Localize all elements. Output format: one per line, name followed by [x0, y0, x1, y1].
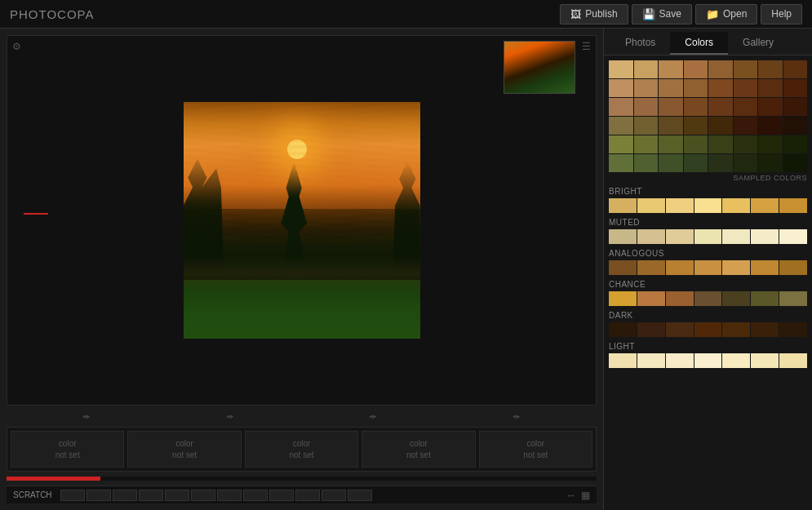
- sampled-swatch[interactable]: [708, 154, 733, 172]
- color-slot[interactable]: colornot set: [245, 431, 358, 468]
- sampled-swatch[interactable]: [634, 135, 659, 153]
- sampled-swatch[interactable]: [659, 60, 683, 78]
- tab-colors[interactable]: Colors: [670, 32, 728, 55]
- scratch-cell[interactable]: [139, 490, 163, 501]
- sampled-swatch[interactable]: [659, 154, 683, 172]
- sampled-swatch[interactable]: [659, 117, 683, 135]
- group-swatch[interactable]: [694, 229, 722, 244]
- group-swatch[interactable]: [722, 260, 750, 275]
- sampled-swatch[interactable]: [634, 98, 659, 116]
- sampled-swatch[interactable]: [659, 79, 683, 97]
- group-swatch[interactable]: [666, 229, 694, 244]
- sampled-swatch[interactable]: [684, 79, 708, 97]
- sampled-swatch[interactable]: [758, 154, 783, 172]
- scratch-cell[interactable]: [269, 490, 294, 501]
- group-swatch[interactable]: [637, 198, 665, 213]
- sampled-swatch[interactable]: [609, 98, 633, 116]
- layout-icon[interactable]: ▦: [581, 490, 590, 501]
- sampled-swatch[interactable]: [783, 154, 808, 172]
- color-slot[interactable]: colornot set: [362, 431, 475, 468]
- group-swatch[interactable]: [694, 291, 722, 306]
- group-swatch[interactable]: [666, 198, 694, 213]
- sampled-swatch[interactable]: [634, 79, 659, 97]
- group-swatch[interactable]: [779, 260, 807, 275]
- sampled-swatch[interactable]: [758, 98, 783, 116]
- sampled-swatch[interactable]: [609, 117, 633, 135]
- group-swatch[interactable]: [609, 198, 637, 213]
- publish-button[interactable]: 🖼 Publish: [560, 4, 628, 24]
- group-swatch[interactable]: [722, 198, 750, 213]
- sampled-swatch[interactable]: [734, 117, 758, 135]
- group-swatch[interactable]: [637, 353, 665, 368]
- sampled-swatch[interactable]: [684, 117, 708, 135]
- group-swatch[interactable]: [637, 229, 665, 244]
- group-swatch[interactable]: [722, 229, 750, 244]
- sampled-swatch[interactable]: [783, 60, 808, 78]
- group-swatch[interactable]: [694, 322, 722, 337]
- group-swatch[interactable]: [666, 353, 694, 368]
- sampled-swatch[interactable]: [708, 117, 733, 135]
- sampled-swatch[interactable]: [783, 117, 808, 135]
- color-slot[interactable]: colornot set: [11, 431, 124, 468]
- scratch-cell[interactable]: [243, 490, 268, 501]
- group-swatch[interactable]: [637, 322, 665, 337]
- color-slot[interactable]: colornot set: [127, 431, 241, 468]
- help-button[interactable]: Help: [761, 4, 802, 24]
- group-swatch[interactable]: [751, 322, 779, 337]
- sampled-swatch[interactable]: [734, 154, 758, 172]
- scratch-cell[interactable]: [113, 490, 137, 501]
- tab-gallery[interactable]: Gallery: [728, 32, 788, 55]
- sampled-swatch[interactable]: [708, 98, 733, 116]
- sampled-swatch[interactable]: [734, 79, 758, 97]
- scratch-cell[interactable]: [217, 490, 242, 501]
- sampled-swatch[interactable]: [734, 98, 758, 116]
- open-button[interactable]: 📁 Open: [695, 4, 757, 24]
- sampled-swatch[interactable]: [734, 60, 758, 78]
- color-slot[interactable]: colornot set: [479, 431, 592, 468]
- scratch-cell[interactable]: [87, 490, 111, 501]
- sampled-swatch[interactable]: [708, 79, 733, 97]
- scratch-cell[interactable]: [295, 490, 320, 501]
- sampled-swatch[interactable]: [708, 135, 733, 153]
- sampled-swatch[interactable]: [783, 135, 808, 153]
- group-swatch[interactable]: [722, 322, 750, 337]
- group-swatch[interactable]: [779, 322, 807, 337]
- sampled-swatch[interactable]: [634, 154, 659, 172]
- sampled-swatch[interactable]: [758, 60, 783, 78]
- group-swatch[interactable]: [694, 260, 722, 275]
- scratch-cell[interactable]: [348, 490, 372, 501]
- group-swatch[interactable]: [779, 291, 807, 306]
- sampled-swatch[interactable]: [684, 135, 708, 153]
- group-swatch[interactable]: [609, 229, 637, 244]
- sampled-swatch[interactable]: [734, 135, 758, 153]
- expand-icon[interactable]: ↔: [566, 490, 576, 501]
- group-swatch[interactable]: [751, 198, 779, 213]
- group-swatch[interactable]: [779, 198, 807, 213]
- group-swatch[interactable]: [637, 291, 665, 306]
- group-swatch[interactable]: [751, 229, 779, 244]
- sampled-swatch[interactable]: [609, 79, 633, 97]
- group-swatch[interactable]: [779, 353, 807, 368]
- canvas-menu-icon[interactable]: ☰: [582, 41, 591, 52]
- group-swatch[interactable]: [694, 353, 722, 368]
- sampled-swatch[interactable]: [758, 135, 783, 153]
- group-swatch[interactable]: [609, 322, 637, 337]
- sampled-swatch[interactable]: [609, 135, 633, 153]
- group-swatch[interactable]: [751, 353, 779, 368]
- group-swatch[interactable]: [694, 198, 722, 213]
- sampled-swatch[interactable]: [684, 154, 708, 172]
- group-swatch[interactable]: [666, 291, 694, 306]
- sampled-swatch[interactable]: [684, 98, 708, 116]
- sampled-swatch[interactable]: [708, 60, 733, 78]
- group-swatch[interactable]: [722, 291, 750, 306]
- group-swatch[interactable]: [779, 229, 807, 244]
- sampled-swatch[interactable]: [659, 135, 683, 153]
- tab-photos[interactable]: Photos: [610, 32, 670, 55]
- sampled-swatch[interactable]: [783, 79, 808, 97]
- sampled-swatch[interactable]: [758, 79, 783, 97]
- sampled-swatch[interactable]: [634, 60, 659, 78]
- scratch-cell[interactable]: [60, 490, 85, 501]
- sampled-swatch[interactable]: [659, 98, 683, 116]
- scratch-cell[interactable]: [322, 490, 346, 501]
- sampled-swatch[interactable]: [609, 154, 633, 172]
